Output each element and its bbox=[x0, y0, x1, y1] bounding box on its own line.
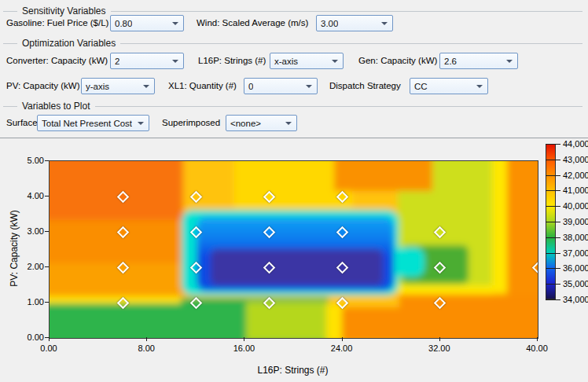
app-window: Sensitivity Variables Gasoline: Fuel Pri… bbox=[0, 0, 588, 382]
combobox-value: Total Net Present Cost bbox=[42, 119, 132, 128]
combobox-value: CC bbox=[414, 82, 428, 91]
colorbar-tick-mark bbox=[546, 175, 560, 176]
x-tick-mark bbox=[49, 337, 50, 341]
l16p-strings-label: L16P: Strings (#) bbox=[198, 53, 266, 69]
x-axis-title: L16P: Strings (#) bbox=[49, 365, 537, 376]
colorbar-tick-label: 41,000 bbox=[563, 185, 588, 195]
chevron-down-icon bbox=[172, 60, 178, 63]
colorbar-tick-label: 42,000 bbox=[563, 171, 588, 180]
colorbar-tick-mark bbox=[546, 237, 560, 238]
colorbar-tick-label: 34,000 bbox=[563, 295, 588, 304]
y-tick-mark bbox=[45, 196, 49, 197]
pv-capacity-combobox[interactable]: y-axis bbox=[81, 78, 155, 94]
colorbar-tick-label: 44,000 bbox=[563, 139, 588, 149]
colorbar-tick-mark bbox=[546, 144, 560, 145]
xl1-quantity-label: XL1: Quantity (#) bbox=[168, 78, 237, 94]
superimposed-combobox[interactable]: <none> bbox=[226, 115, 297, 131]
x-tick-label: 0.00 bbox=[33, 343, 64, 353]
dispatch-strategy-combobox[interactable]: CC bbox=[410, 78, 488, 94]
colorbar-tick-mark bbox=[546, 284, 560, 285]
combobox-value: 0.80 bbox=[115, 19, 132, 28]
x-tick-label: 32.00 bbox=[424, 343, 455, 353]
group-header-optimization: Optimization Variables bbox=[3, 38, 582, 49]
chevron-down-icon bbox=[381, 22, 388, 25]
converter-capacity-combobox[interactable]: 2 bbox=[110, 53, 184, 69]
colorbar-tick-mark bbox=[546, 206, 560, 207]
chevron-down-icon bbox=[172, 22, 178, 25]
group-line bbox=[111, 11, 583, 12]
y-tick-mark bbox=[45, 266, 49, 267]
chevron-down-icon bbox=[143, 85, 149, 88]
colorbar-tick-label: 43,000 bbox=[563, 155, 588, 164]
colorbar-tick-label: 37,000 bbox=[563, 248, 588, 258]
chevron-down-icon bbox=[332, 60, 338, 63]
x-tick-mark bbox=[537, 337, 538, 341]
separator-line bbox=[0, 138, 588, 138]
colorbar-tick-mark bbox=[546, 253, 560, 254]
wind-average-label: Wind: Scaled Average (m/s) bbox=[197, 15, 308, 31]
combobox-value: 0 bbox=[248, 82, 253, 91]
x-tick-label: 24.00 bbox=[326, 343, 358, 353]
colorbar-tick-label: 36,000 bbox=[563, 263, 588, 273]
combobox-value: x-axis bbox=[274, 57, 298, 66]
surface-label: Surface bbox=[6, 115, 38, 131]
fuel-price-combobox[interactable]: 0.80 bbox=[110, 15, 184, 31]
colorbar-tick-label: 40,000 bbox=[563, 201, 588, 211]
y-tick-label: 3.00 bbox=[14, 226, 44, 236]
colorbar-tick-label: 39,000 bbox=[563, 217, 588, 226]
group-header-variables-to-plot: Variables to Plot bbox=[3, 101, 582, 112]
y-tick-label: 1.00 bbox=[14, 297, 44, 307]
group-line bbox=[120, 43, 582, 44]
converter-capacity-label: Converter: Capacity (kW) bbox=[6, 53, 108, 69]
combobox-value: 2.6 bbox=[444, 57, 457, 66]
group-line bbox=[3, 106, 17, 107]
combobox-value: 2 bbox=[115, 57, 119, 66]
heatmap-surface bbox=[50, 161, 538, 338]
colorbar-tick-mark bbox=[546, 222, 560, 222]
colorbar-tick-mark bbox=[546, 299, 560, 300]
gen-capacity-label: Gen: Capacity (kW) bbox=[358, 53, 437, 69]
chevron-down-icon bbox=[506, 60, 513, 63]
x-tick-mark bbox=[244, 337, 244, 341]
y-tick-mark bbox=[45, 160, 49, 161]
x-tick-mark bbox=[146, 337, 147, 341]
l16p-strings-combobox[interactable]: x-axis bbox=[270, 53, 344, 69]
combobox-value: <none> bbox=[230, 119, 261, 128]
x-tick-mark bbox=[342, 337, 343, 341]
colorbar-tick-mark bbox=[546, 190, 560, 191]
y-tick-mark bbox=[45, 302, 49, 303]
group-line bbox=[3, 43, 17, 44]
combobox-value: 3.00 bbox=[321, 19, 338, 28]
group-line bbox=[95, 106, 583, 107]
y-tick-label: 0.00 bbox=[14, 332, 44, 342]
group-line bbox=[3, 11, 17, 12]
group-title: Variables to Plot bbox=[22, 101, 90, 112]
pv-capacity-label: PV: Capacity (kW) bbox=[6, 78, 80, 94]
combobox-value: y-axis bbox=[86, 82, 109, 91]
group-title: Optimization Variables bbox=[22, 38, 116, 49]
chevron-down-icon bbox=[138, 122, 144, 125]
wind-average-combobox[interactable]: 3.00 bbox=[316, 15, 393, 31]
surface-combobox[interactable]: Total Net Present Cost bbox=[37, 115, 149, 131]
x-tick-label: 8.00 bbox=[130, 343, 162, 353]
gen-capacity-combobox[interactable]: 2.6 bbox=[439, 53, 518, 69]
y-tick-label: 4.00 bbox=[14, 191, 44, 200]
xl1-quantity-combobox[interactable]: 0 bbox=[244, 78, 318, 94]
plot-surface bbox=[49, 160, 538, 339]
x-tick-label: 16.00 bbox=[228, 343, 259, 353]
fuel-price-label: Gasoline: Fuel Price ($/L) bbox=[6, 15, 108, 31]
chevron-down-icon bbox=[306, 85, 312, 88]
y-tick-mark bbox=[45, 231, 49, 232]
superimposed-label: Superimposed bbox=[162, 115, 220, 131]
colorbar-tick-label: 35,000 bbox=[563, 279, 588, 288]
dispatch-strategy-label: Dispatch Strategy bbox=[329, 78, 401, 94]
chevron-down-icon bbox=[476, 85, 483, 88]
x-tick-label: 40.00 bbox=[521, 343, 553, 353]
colorbar-tick-label: 38,000 bbox=[563, 233, 588, 242]
chevron-down-icon bbox=[285, 122, 292, 125]
colorbar-tick-mark bbox=[546, 160, 560, 160]
colorbar-tick-mark bbox=[546, 268, 560, 269]
x-tick-mark bbox=[439, 337, 440, 341]
y-tick-label: 2.00 bbox=[14, 262, 44, 271]
y-axis-title: PV: Capacity (kW) bbox=[9, 160, 20, 337]
